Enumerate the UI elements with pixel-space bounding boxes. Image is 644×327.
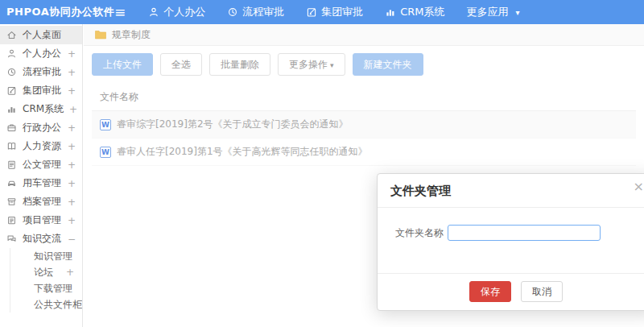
expand-plus-icon: + bbox=[68, 197, 76, 208]
expand-plus-icon: + bbox=[68, 178, 76, 189]
dialog-body: 文件夹名称 bbox=[378, 208, 644, 241]
dialog-title: 文件夹管理 bbox=[390, 184, 451, 198]
expand-plus-icon: + bbox=[69, 104, 77, 115]
sidebar-item-forum[interactable]: 论坛 + bbox=[10, 264, 82, 280]
sidebar-item-document-management[interactable]: 公文管理 + bbox=[0, 155, 82, 174]
expand-plus-icon: + bbox=[68, 122, 76, 134]
sidebar-item-label: 个人桌面 bbox=[23, 28, 61, 42]
new-folder-button[interactable]: 新建文件夹 bbox=[353, 53, 423, 76]
sidebar-item-label: 集团审批 bbox=[23, 84, 61, 97]
sidebar-item-label: 公文管理 bbox=[23, 158, 61, 172]
expand-plus-icon: + bbox=[68, 85, 76, 97]
save-button[interactable]: 保存 bbox=[469, 281, 511, 302]
car-icon bbox=[6, 178, 17, 188]
sidebar-item-human-resources[interactable]: 人力资源 + bbox=[0, 137, 82, 155]
sidebar-item-knowledge-management[interactable]: 知识管理 bbox=[10, 248, 82, 264]
expand-plus-icon: + bbox=[68, 48, 76, 60]
sidebar-item-label: 人力资源 bbox=[23, 139, 61, 153]
more-actions-label: 更多操作 bbox=[289, 59, 328, 70]
nav-item-crm-system[interactable]: CRM系统 bbox=[385, 5, 444, 19]
sidebar-item-download-management[interactable]: 下载管理 bbox=[10, 280, 82, 296]
file-table: 文件名称 W 睿审综字[2019]第2号《关于成立专门委员会的通知》 W 睿审人… bbox=[92, 84, 636, 166]
sidebar-subitem-label: 下载管理 bbox=[34, 282, 72, 296]
book-icon bbox=[6, 141, 17, 151]
top-navbar: PHPOA协同办公软件 ≡ 个人办公 流程审批 集团审批 CRM系统 更多应用 … bbox=[0, 0, 644, 24]
expand-plus-icon: + bbox=[66, 267, 74, 278]
select-all-button[interactable]: 全选 bbox=[160, 53, 202, 76]
sidebar-item-project-management[interactable]: 项目管理 + bbox=[0, 211, 82, 230]
chat-icon bbox=[6, 234, 17, 244]
nav-item-group-approval[interactable]: 集团审批 bbox=[306, 5, 363, 19]
app-window: PHPOA协同办公软件 ≡ 个人办公 流程审批 集团审批 CRM系统 更多应用 … bbox=[0, 0, 644, 327]
file-name: 睿审人任字[2019]第1号《关于高光辉等同志任职的通知》 bbox=[117, 145, 368, 159]
folder-management-dialog: 文件夹管理 × 文件夹名称 保存 取消 bbox=[377, 173, 644, 311]
sidebar-item-label: 用车管理 bbox=[23, 176, 61, 190]
sidebar-item-label: 知识交流 bbox=[23, 232, 61, 246]
archive-icon bbox=[6, 197, 17, 207]
caret-down-icon: ▾ bbox=[330, 61, 334, 69]
sidebar-item-label: 项目管理 bbox=[23, 213, 61, 227]
breadcrumb: 规章制度 bbox=[84, 24, 644, 46]
clipboard-icon bbox=[6, 215, 17, 226]
sidebar-item-crm-system[interactable]: CRM系统 + bbox=[0, 100, 82, 118]
expand-minus-icon: − bbox=[68, 234, 76, 245]
user-icon bbox=[6, 48, 17, 59]
expand-plus-icon: + bbox=[68, 67, 76, 78]
app-logo: PHPOA协同办公软件 bbox=[0, 5, 111, 19]
navbar-items: 个人办公 流程审批 集团审批 CRM系统 更多应用 ▾ bbox=[148, 5, 519, 19]
nav-item-workflow-approval[interactable]: 流程审批 bbox=[227, 5, 284, 19]
sidebar-subitem-label: 公共文件柜 bbox=[34, 298, 82, 312]
nav-item-personal-office[interactable]: 个人办公 bbox=[148, 5, 205, 19]
expand-plus-icon: + bbox=[68, 159, 76, 171]
nav-item-label: 更多应用 bbox=[467, 5, 509, 19]
sidebar-item-public-file-cabinet[interactable]: 公共文件柜 bbox=[10, 296, 82, 313]
file-table-header: 文件名称 bbox=[92, 84, 636, 111]
folder-name-label: 文件夹名称 bbox=[395, 226, 444, 240]
sidebar-item-label: 流程审批 bbox=[23, 65, 61, 79]
briefcase-icon bbox=[6, 122, 17, 133]
word-file-icon: W bbox=[100, 119, 111, 130]
sidebar-item-group-approval[interactable]: 集团审批 + bbox=[0, 81, 82, 100]
sidebar-item-archive-management[interactable]: 档案管理 + bbox=[0, 192, 82, 211]
sidebar-item-workflow-approval[interactable]: 流程审批 + bbox=[0, 63, 82, 81]
expand-plus-icon: + bbox=[68, 141, 76, 152]
caret-down-icon: ▾ bbox=[516, 8, 520, 17]
history-icon bbox=[227, 6, 238, 18]
sidebar: 个人桌面 个人办公 + 流程审批 + 集团审批 + CRM系统 + 行政办公 + bbox=[0, 24, 83, 327]
expand-plus-icon: + bbox=[68, 215, 76, 226]
file-row[interactable]: W 睿审人任字[2019]第1号《关于高光辉等同志任职的通知》 bbox=[92, 139, 636, 166]
nav-item-label: 个人办公 bbox=[163, 5, 205, 19]
file-row[interactable]: W 睿审综字[2019]第2号《关于成立专门委员会的通知》 bbox=[92, 111, 636, 139]
bar-chart-icon bbox=[385, 6, 396, 18]
dialog-header: 文件夹管理 × bbox=[378, 174, 644, 208]
sidebar-item-personal-desktop[interactable]: 个人桌面 bbox=[0, 26, 82, 44]
document-icon bbox=[6, 159, 17, 170]
folder-icon bbox=[95, 30, 106, 39]
sidebar-item-personal-office[interactable]: 个人办公 + bbox=[0, 44, 82, 63]
hamburger-menu-icon[interactable]: ≡ bbox=[114, 6, 126, 19]
sidebar-item-label: CRM系统 bbox=[23, 102, 64, 116]
nav-item-more-apps[interactable]: 更多应用 ▾ bbox=[467, 5, 520, 19]
toolbar: 上传文件 全选 批量删除 更多操作▾ 新建文件夹 bbox=[84, 46, 644, 82]
cancel-button[interactable]: 取消 bbox=[521, 281, 563, 302]
batch-delete-button[interactable]: 批量删除 bbox=[209, 53, 270, 76]
sidebar-submenu-knowledge: 知识管理 论坛 + 下载管理 公共文件柜 bbox=[10, 248, 82, 313]
nav-item-label: 流程审批 bbox=[242, 5, 284, 19]
more-actions-button[interactable]: 更多操作▾ bbox=[278, 53, 345, 76]
sidebar-item-label: 个人办公 bbox=[23, 47, 61, 60]
close-icon[interactable]: × bbox=[634, 180, 644, 193]
dialog-footer: 保存 取消 bbox=[378, 273, 644, 310]
sidebar-item-knowledge-exchange[interactable]: 知识交流 − bbox=[0, 230, 82, 248]
upload-file-button[interactable]: 上传文件 bbox=[92, 53, 153, 76]
user-icon bbox=[148, 6, 159, 18]
sidebar-subitem-label: 知识管理 bbox=[34, 250, 72, 263]
file-name: 睿审综字[2019]第2号《关于成立专门委员会的通知》 bbox=[117, 118, 349, 131]
sidebar-item-vehicle-management[interactable]: 用车管理 + bbox=[0, 174, 82, 192]
breadcrumb-label: 规章制度 bbox=[112, 28, 151, 42]
sidebar-item-admin-office[interactable]: 行政办公 + bbox=[0, 118, 82, 137]
folder-name-input[interactable] bbox=[448, 225, 601, 241]
home-icon bbox=[6, 30, 17, 40]
edit-icon bbox=[6, 85, 17, 96]
bar-chart-icon bbox=[6, 104, 17, 114]
history-icon bbox=[6, 67, 17, 77]
